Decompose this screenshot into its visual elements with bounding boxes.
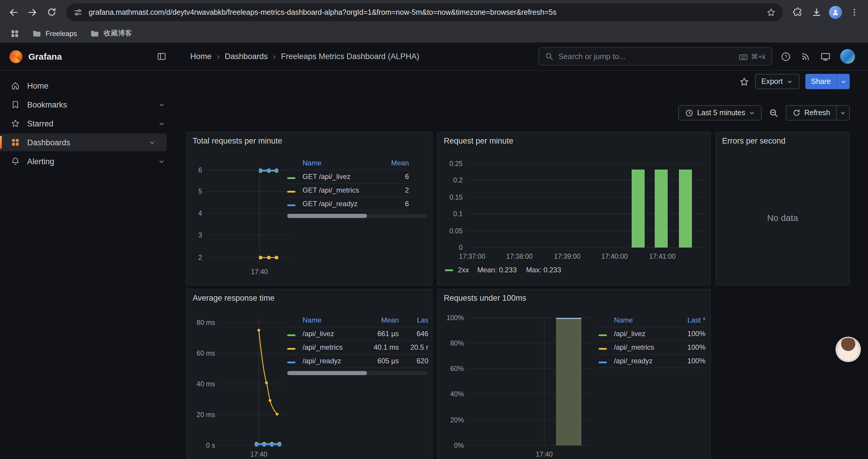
y-tick: 0 bbox=[440, 243, 463, 252]
search-input[interactable] bbox=[558, 52, 734, 61]
legend-col-name[interactable]: Name bbox=[303, 316, 358, 324]
legend-row[interactable]: GET /api/_livez 6 bbox=[287, 170, 409, 184]
bookmark-star-icon[interactable] bbox=[766, 7, 776, 17]
monitor-icon[interactable] bbox=[820, 51, 831, 62]
chevron-down-icon[interactable] bbox=[158, 157, 165, 165]
series-last: 20.5 r bbox=[401, 343, 428, 352]
favorite-star-icon[interactable] bbox=[739, 76, 749, 87]
bar-chart[interactable] bbox=[467, 161, 709, 249]
breadcrumb-current: Freeleaps Metrics Dashboard (ALPHA) bbox=[281, 52, 419, 61]
panel-title[interactable]: Total requests per minute bbox=[193, 136, 282, 145]
legend-col-name[interactable]: Name bbox=[614, 316, 670, 324]
series-color-swatch bbox=[598, 362, 607, 363]
chevron-down-icon bbox=[840, 78, 847, 85]
floating-avatar[interactable] bbox=[837, 338, 860, 361]
legend-row[interactable]: GET /api/_readyz 6 bbox=[287, 197, 409, 211]
bookmark-folder-blogs[interactable]: 收藏博客 bbox=[85, 27, 137, 40]
panel-title[interactable]: Requests under 100ms bbox=[444, 294, 526, 302]
legend-row[interactable]: /api/_metrics 40.1 ms 20.5 r bbox=[287, 341, 428, 355]
sidebar-item-alerting[interactable]: Alerting bbox=[0, 153, 176, 170]
panel-title[interactable]: Request per minute bbox=[444, 136, 514, 145]
back-button[interactable] bbox=[5, 3, 23, 21]
y-tick: 2 bbox=[190, 254, 202, 262]
legend-col-mean[interactable]: Mean bbox=[360, 316, 399, 324]
keyboard-icon bbox=[739, 52, 748, 61]
omnibox[interactable]: grafana.mathmast.com/d/deytv4rwavabkb/fr… bbox=[66, 3, 783, 21]
browser-chrome: grafana.mathmast.com/d/deytv4rwavabkb/fr… bbox=[0, 0, 868, 42]
search-box[interactable]: ⌘+k bbox=[538, 47, 772, 66]
y-tick: 3 bbox=[190, 231, 202, 239]
reload-button[interactable] bbox=[42, 3, 60, 21]
legend-scrollbar[interactable] bbox=[287, 214, 427, 218]
scrollbar-thumb[interactable] bbox=[287, 214, 367, 218]
bell-icon bbox=[11, 157, 20, 166]
time-range-button[interactable]: Last 5 minutes bbox=[678, 105, 762, 121]
legend-col-last[interactable]: Last * bbox=[673, 316, 706, 324]
time-range-label: Last 5 minutes bbox=[697, 109, 745, 117]
chevron-down-icon bbox=[840, 109, 846, 116]
downloads-icon[interactable] bbox=[808, 3, 826, 21]
legend: 2xx Mean: 0.233 Max: 0.233 bbox=[445, 266, 561, 274]
sidebar-toggle-icon[interactable] bbox=[157, 52, 167, 61]
legend-row[interactable]: /api/_livez 100% bbox=[598, 327, 706, 341]
sidebar-item-label: Alerting bbox=[27, 157, 54, 166]
series-name: GET /api/_livez bbox=[303, 172, 378, 181]
x-tick: 17:40:00 bbox=[597, 252, 632, 261]
news-rss-icon[interactable] bbox=[801, 52, 811, 61]
sidebar-item-starred[interactable]: Starred bbox=[0, 114, 176, 132]
share-menu-button[interactable] bbox=[837, 74, 850, 89]
legend-col-name[interactable]: Name bbox=[303, 159, 378, 167]
forward-button[interactable] bbox=[24, 3, 41, 21]
panel-avg-response-time: Average response time 80 ms 60 ms 40 ms … bbox=[186, 289, 433, 459]
chevron-down-icon[interactable] bbox=[158, 120, 165, 127]
legend-col-mean[interactable]: Mean bbox=[380, 159, 409, 167]
panel-title[interactable]: Errors per second bbox=[722, 136, 785, 145]
legend-row[interactable]: /api/_readyz 605 µs 620 bbox=[287, 355, 428, 368]
line-chart[interactable] bbox=[219, 317, 288, 453]
sidebar-item-bookmarks[interactable]: Bookmarks bbox=[0, 96, 176, 113]
zoom-out-icon[interactable] bbox=[769, 108, 779, 118]
share-button[interactable]: Share bbox=[805, 74, 837, 89]
series-name: /api/_metrics bbox=[303, 343, 358, 352]
bar-chart[interactable] bbox=[466, 316, 594, 451]
screen: grafana.mathmast.com/d/deytv4rwavabkb/fr… bbox=[0, 0, 868, 459]
sidebar-item-home[interactable]: Home bbox=[0, 77, 176, 95]
series-mean: 40.1 ms bbox=[360, 343, 399, 352]
folder-icon bbox=[90, 29, 99, 38]
bookmark-folder-freeleaps[interactable]: Freeleaps bbox=[27, 27, 82, 40]
export-button[interactable]: Export bbox=[755, 74, 799, 89]
apps-grid-icon[interactable] bbox=[6, 25, 24, 42]
legend-row[interactable]: /api/_readyz 100% bbox=[598, 355, 706, 368]
panel-title[interactable]: Average response time bbox=[193, 294, 275, 302]
legend-scrollbar[interactable] bbox=[287, 371, 427, 375]
breadcrumb-dashboards[interactable]: Dashboards bbox=[225, 52, 268, 61]
legend-row[interactable]: GET /api/_metrics 2 bbox=[287, 184, 409, 197]
legend-row[interactable]: /api/_metrics 100% bbox=[598, 341, 706, 355]
refresh-button[interactable]: Refresh bbox=[786, 105, 837, 121]
help-icon[interactable]: ? bbox=[780, 51, 791, 62]
chevron-down-icon[interactable] bbox=[148, 138, 156, 146]
chevron-down-icon[interactable] bbox=[158, 101, 165, 108]
line-chart[interactable] bbox=[203, 162, 290, 268]
y-tick: 0.1 bbox=[440, 210, 463, 218]
user-avatar[interactable] bbox=[840, 49, 855, 64]
svg-text:?: ? bbox=[784, 54, 787, 59]
extensions-icon[interactable] bbox=[789, 3, 807, 21]
x-tick: 17:38:00 bbox=[502, 252, 537, 261]
breadcrumb-home[interactable]: Home bbox=[190, 52, 212, 61]
legend-col-last[interactable]: Las bbox=[401, 316, 428, 324]
series-name: /api/_livez bbox=[614, 330, 670, 338]
browser-menu-icon[interactable] bbox=[845, 3, 863, 21]
y-tick: 0.05 bbox=[440, 227, 463, 235]
legend-series[interactable]: 2xx bbox=[458, 266, 469, 274]
series-mean: 2 bbox=[380, 186, 409, 194]
legend-row[interactable]: /api/_livez 661 µs 646 bbox=[287, 327, 428, 341]
sidebar-item-dashboards[interactable]: Dashboards bbox=[0, 133, 167, 151]
browser-profile-avatar[interactable] bbox=[827, 3, 844, 21]
panel-errors-per-second: Errors per second No data bbox=[716, 132, 850, 285]
refresh-interval-button[interactable] bbox=[837, 105, 850, 121]
site-info-icon[interactable] bbox=[73, 7, 83, 17]
grafana-brand[interactable]: Grafana bbox=[9, 50, 62, 63]
scrollbar-thumb[interactable] bbox=[287, 371, 367, 375]
url-text[interactable]: grafana.mathmast.com/d/deytv4rwavabkb/fr… bbox=[89, 8, 761, 16]
